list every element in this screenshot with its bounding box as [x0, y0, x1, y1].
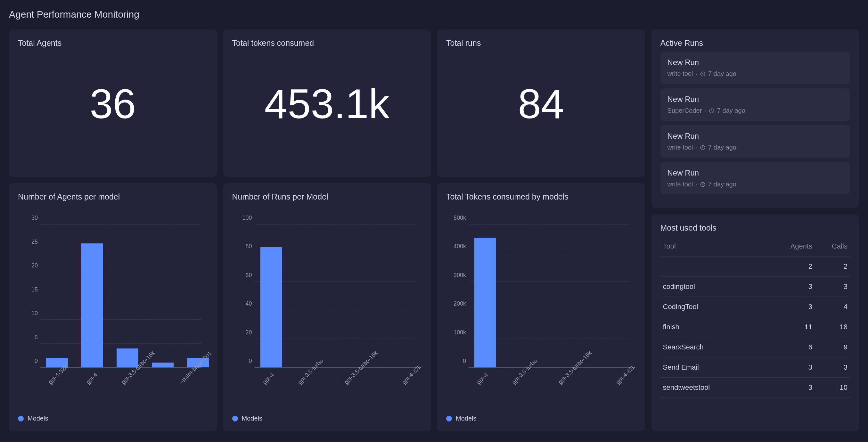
table-row[interactable]: Send Email 3 3 — [660, 357, 850, 378]
chart-runs-per-model: Number of Runs per Model 020406080100gpt… — [223, 183, 431, 431]
y-tick-label: 20 — [232, 329, 252, 336]
table-row[interactable]: CodingTool 3 4 — [660, 297, 850, 317]
run-meta: SuperCoder · 7 day ago — [668, 107, 843, 114]
x-tick-label: gpt-3.5-turbo — [509, 371, 542, 422]
legend-marker — [18, 416, 24, 421]
y-tick-label: 500k — [446, 215, 466, 221]
chart-legend: Models — [18, 415, 48, 422]
table-row[interactable]: SearxSearch 6 9 — [660, 337, 850, 357]
clock-icon — [709, 108, 715, 114]
legend-marker — [446, 416, 452, 421]
clock-icon — [700, 182, 706, 187]
table-row[interactable]: 2 2 — [660, 257, 850, 277]
legend-marker — [232, 416, 238, 421]
y-tick-label: 80 — [232, 243, 252, 250]
chart-agents-per-model: Number of Agents per model 051015202530g… — [9, 183, 217, 431]
chart-bar[interactable] — [474, 238, 496, 367]
run-title: New Run — [668, 58, 843, 67]
chart-tokens-per-model: Total Tokens consumed by models 0100k200… — [437, 183, 645, 431]
table-row[interactable]: codingtool 3 3 — [660, 277, 850, 297]
cell-agents: 2 — [771, 262, 812, 271]
y-tick-label: 200k — [446, 301, 466, 307]
y-tick-label: 300k — [446, 272, 466, 278]
panel-active-runs: Active Runs New Run write tool · 7 day a… — [651, 29, 859, 208]
y-tick-label: 10 — [18, 310, 38, 317]
clock-icon — [700, 71, 706, 77]
y-tick-label: 0 — [446, 358, 466, 365]
y-tick-label: 30 — [18, 215, 38, 221]
active-run-item[interactable]: New Run write tool · 7 day ago — [660, 162, 850, 194]
active-run-item[interactable]: New Run SuperCoder · 7 day ago — [660, 88, 850, 121]
y-tick-label: 15 — [18, 286, 38, 293]
chart-bar[interactable] — [81, 244, 103, 367]
cell-calls: 10 — [812, 383, 847, 392]
table-row[interactable]: finish 11 18 — [660, 317, 850, 337]
cell-agents: 3 — [771, 303, 812, 311]
run-meta: write tool · 7 day ago — [668, 70, 843, 77]
stat-value: 453.1k — [232, 83, 422, 125]
col-calls: Calls — [812, 242, 847, 250]
run-time: 7 day ago — [708, 144, 736, 151]
cell-agents: 3 — [771, 283, 812, 291]
legend-label: Models — [242, 415, 262, 422]
card-title: Total Tokens consumed by models — [446, 192, 636, 201]
cell-agents: 3 — [771, 383, 812, 392]
table-row[interactable]: sendtweetstool 3 10 — [660, 378, 850, 398]
x-tick-label: gpt-3.5-turbo — [296, 371, 329, 422]
card-title: Active Runs — [660, 38, 850, 48]
y-tick-label: 20 — [18, 262, 38, 269]
x-tick-label: gpt-4-32k — [400, 371, 424, 422]
run-title: New Run — [668, 95, 843, 104]
x-tick-label: gpt-4-32k — [46, 371, 70, 422]
x-tick-label: --palm-bison-001 — [177, 371, 217, 422]
x-tick-label: gpt-4 — [84, 371, 106, 422]
x-tick-label: gpt-3.5-turbo-16k — [556, 371, 600, 422]
cell-agents: 6 — [771, 343, 812, 351]
active-run-item[interactable]: New Run write tool · 7 day ago — [660, 52, 850, 84]
table-header: Tool Agents Calls — [660, 236, 850, 257]
col-tool: Tool — [663, 242, 771, 250]
run-title: New Run — [668, 168, 843, 178]
legend-label: Models — [456, 415, 476, 422]
x-tick-label: gpt-4-32k — [614, 371, 638, 422]
legend-label: Models — [28, 415, 48, 422]
chart-bar[interactable] — [152, 362, 174, 367]
chart-legend: Models — [446, 415, 476, 422]
active-run-item[interactable]: New Run write tool · 7 day ago — [660, 125, 850, 158]
y-tick-label: 5 — [18, 334, 38, 341]
chart-bar[interactable] — [117, 348, 138, 367]
chart-bar[interactable] — [260, 247, 282, 367]
y-tick-label: 0 — [232, 358, 252, 365]
cell-calls: 9 — [812, 343, 847, 351]
y-tick-label: 60 — [232, 272, 252, 278]
panel-most-used-tools: Most used tools Tool Agents Calls 2 2 co… — [651, 214, 859, 431]
run-time: 7 day ago — [708, 70, 736, 77]
y-tick-label: 100k — [446, 329, 466, 336]
run-meta: write tool · 7 day ago — [668, 181, 843, 188]
page-title: Agent Performance Monitoring — [9, 9, 859, 20]
run-agent: write tool — [668, 144, 693, 151]
run-agent: write tool — [668, 70, 693, 77]
cell-calls: 4 — [812, 303, 847, 311]
cell-calls: 3 — [812, 363, 847, 372]
card-total-agents: Total Agents 36 — [9, 29, 217, 177]
cell-tool: finish — [663, 323, 771, 331]
y-tick-label: 400k — [446, 243, 466, 250]
x-tick-label: gpt-4 — [260, 371, 282, 422]
cell-tool: sendtweetstool — [663, 383, 771, 392]
run-title: New Run — [668, 132, 843, 140]
y-tick-label: 100 — [232, 215, 252, 221]
cell-tool: CodingTool — [663, 303, 771, 311]
x-tick-label: gpt-3.5-turbo-16k — [342, 371, 386, 422]
run-agent: SuperCoder — [668, 107, 702, 114]
cell-tool: Send Email — [663, 363, 771, 372]
card-total-runs: Total runs 84 — [437, 29, 645, 177]
card-title: Number of Runs per Model — [232, 192, 422, 201]
card-title: Number of Agents per model — [18, 192, 208, 201]
x-tick-label: gpt-3.5-turbo-16k — [119, 371, 163, 422]
col-agents: Agents — [771, 242, 812, 250]
cell-tool: SearxSearch — [663, 343, 771, 351]
chart-legend: Models — [232, 415, 262, 422]
cell-calls: 18 — [812, 323, 847, 331]
y-tick-label: 25 — [18, 238, 38, 245]
